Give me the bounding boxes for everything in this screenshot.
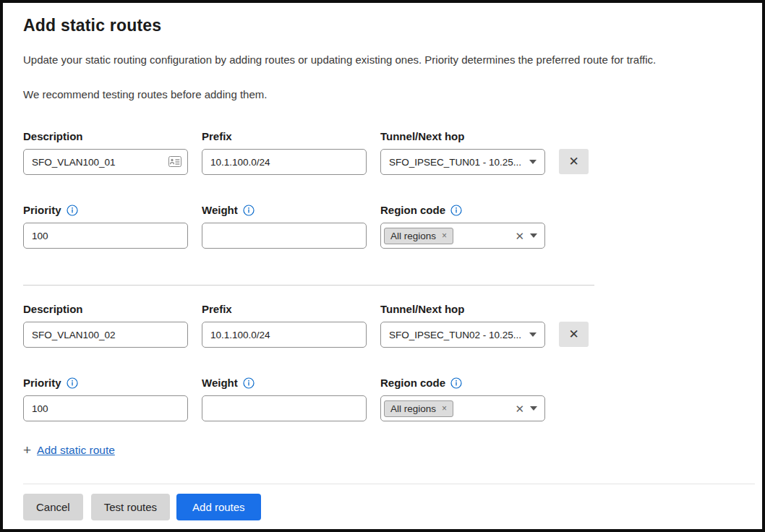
route-1-region-field: Region code All regions × ✕	[380, 204, 545, 249]
dialog-description: Update your static routing configuration…	[23, 53, 745, 66]
info-icon[interactable]	[67, 377, 78, 389]
add-static-routes-dialog: Add static routes Update your static rou…	[0, 0, 765, 532]
route-1-prefix-field: Prefix	[202, 130, 367, 175]
weight-label: Weight	[202, 204, 238, 216]
description-label: Description	[23, 303, 188, 315]
tunnel-selected-value: SFO_IPSEC_TUN01 - 10.25...	[389, 157, 523, 168]
region-tag-label: All regions	[390, 403, 436, 414]
test-routes-button[interactable]: Test routes	[91, 494, 170, 520]
clear-selection-icon[interactable]: ✕	[515, 403, 524, 414]
info-icon[interactable]	[450, 377, 462, 389]
tunnel-selected-value: SFO_IPSEC_TUN02 - 10.25...	[389, 330, 523, 340]
description-label: Description	[23, 130, 188, 142]
tunnel-label: Tunnel/Next hop	[380, 303, 545, 315]
region-tag-label: All regions	[390, 231, 436, 241]
priority-input[interactable]	[23, 223, 188, 249]
route-2-prefix-field: Prefix	[202, 303, 367, 348]
route-2-tunnel-field: Tunnel/Next hop SFO_IPSEC_TUN02 - 10.25.…	[380, 303, 545, 348]
route-2-secondary-row: Priority Weight	[23, 377, 745, 421]
route-1-secondary-row: Priority Weight	[23, 204, 745, 249]
info-icon[interactable]	[450, 205, 462, 216]
page-title: Add static routes	[23, 16, 745, 35]
route-1-description-field: Description	[23, 130, 188, 175]
description-input[interactable]	[23, 322, 188, 348]
clear-selection-icon[interactable]: ✕	[515, 231, 524, 241]
info-icon[interactable]	[243, 377, 255, 389]
route-1-weight-field: Weight	[202, 204, 367, 249]
weight-input[interactable]	[202, 395, 367, 421]
tunnel-label: Tunnel/Next hop	[380, 130, 545, 142]
route-divider	[23, 285, 594, 286]
chevron-down-icon	[529, 160, 537, 164]
route-2-weight-field: Weight	[202, 377, 367, 421]
tunnel-select[interactable]: SFO_IPSEC_TUN02 - 10.25...	[380, 322, 545, 348]
region-code-label: Region code	[380, 377, 445, 389]
prefix-input[interactable]	[202, 149, 367, 175]
chevron-down-icon	[529, 332, 537, 337]
contact-card-icon[interactable]	[168, 156, 181, 170]
route-2-description-field: Description	[23, 303, 188, 348]
prefix-label: Prefix	[202, 130, 367, 142]
priority-input[interactable]	[23, 395, 188, 421]
route-1-tunnel-field: Tunnel/Next hop SFO_IPSEC_TUN01 - 10.25.…	[380, 130, 545, 175]
chevron-down-icon	[530, 233, 537, 238]
region-multiselect[interactable]: All regions × ✕	[380, 223, 545, 249]
chevron-down-icon	[530, 406, 537, 411]
route-1-main-row: Description Prefix T	[23, 130, 745, 175]
region-tag: All regions ×	[384, 400, 453, 417]
cancel-button[interactable]: Cancel	[23, 494, 83, 520]
region-code-label: Region code	[380, 204, 445, 216]
route-1-priority-field: Priority	[23, 204, 188, 249]
remove-route-button[interactable]: ✕	[559, 322, 589, 347]
weight-label: Weight	[202, 377, 238, 389]
info-icon[interactable]	[243, 205, 255, 216]
weight-input[interactable]	[202, 223, 367, 249]
route-2-region-field: Region code All regions × ✕	[380, 377, 545, 421]
route-2-main-row: Description Prefix Tunnel/Next hop SFO_I…	[23, 303, 745, 348]
prefix-label: Prefix	[202, 303, 367, 315]
add-static-route-row: + Add static route	[23, 443, 745, 457]
footer-divider	[23, 484, 755, 484]
info-icon[interactable]	[67, 205, 78, 216]
tunnel-select[interactable]: SFO_IPSEC_TUN01 - 10.25...	[380, 149, 545, 175]
priority-label: Priority	[23, 204, 61, 216]
add-routes-button[interactable]: Add routes	[176, 494, 261, 520]
route-2-priority-field: Priority	[23, 377, 188, 421]
region-multiselect[interactable]: All regions × ✕	[380, 395, 545, 421]
dialog-recommendation: We recommend testing routes before addin…	[23, 88, 745, 100]
tag-remove-icon[interactable]: ×	[442, 404, 447, 413]
region-tag: All regions ×	[384, 228, 453, 244]
footer-actions: Cancel Test routes Add routes	[23, 494, 745, 520]
remove-route-button[interactable]: ✕	[559, 149, 589, 174]
prefix-input[interactable]	[202, 322, 367, 348]
plus-icon: +	[23, 443, 31, 457]
tag-remove-icon[interactable]: ×	[442, 231, 447, 240]
add-static-route-link[interactable]: Add static route	[37, 444, 115, 457]
priority-label: Priority	[23, 377, 61, 389]
description-input[interactable]	[23, 149, 188, 175]
